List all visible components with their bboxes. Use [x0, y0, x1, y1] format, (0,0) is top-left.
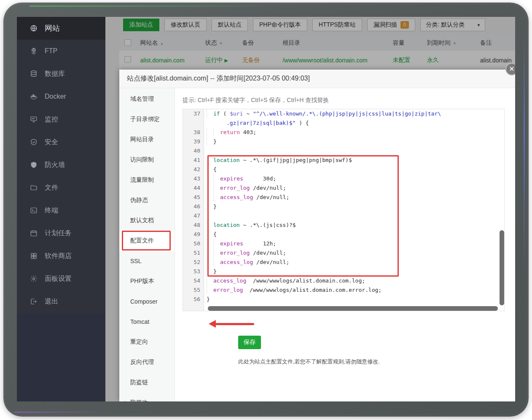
code-line-48: 48location ~ .*\.(js|css)?$ — [183, 221, 504, 230]
indent-guide — [213, 239, 220, 248]
sidebar-item-label: 终端 — [45, 206, 58, 215]
token-plain: 403; — [240, 129, 256, 135]
close-icon[interactable]: ✕ — [505, 63, 515, 75]
sidebar-item-网站[interactable]: 网站 — [17, 17, 105, 40]
sidebar-item-监控[interactable]: 监控 — [17, 108, 105, 131]
sidebar-item-label: 数据库 — [45, 70, 65, 78]
line-number: 49 — [183, 230, 204, 239]
modal-tab-默认文档[interactable]: 默认文档 — [119, 210, 175, 231]
code-line-50: 50expires 12h; — [183, 239, 504, 248]
sidebar-item-计划任务[interactable]: 计划任务 — [17, 222, 105, 245]
line-number: 37 — [183, 109, 204, 128]
sidebar-item-软件商店[interactable]: 软件商店 — [17, 245, 105, 267]
token-kw: if — [213, 110, 220, 117]
modal-tab-流量限制[interactable]: 流量限制 — [119, 170, 175, 190]
line-number: 44 — [183, 183, 204, 193]
token-plain: } — [213, 203, 217, 210]
modal-tab-Composer[interactable]: Composer — [119, 291, 175, 312]
frame-accent-right — [524, 32, 525, 277]
modal-tab-网站目录[interactable]: 网站目录 — [119, 129, 175, 150]
modal-tab-SSL[interactable]: SSL — [119, 251, 175, 271]
sidebar-item-Docker[interactable]: Docker — [17, 85, 105, 108]
modal-tab-PHP版本[interactable]: PHP版本 — [119, 271, 175, 291]
token-plain: 12h; — [243, 240, 276, 247]
token-str: .gz|rar|7z|sql|bak)$" — [226, 120, 296, 126]
modal-tab-label: 防盗链 — [130, 379, 148, 386]
sidebar-item-退出[interactable]: 退出 — [17, 290, 105, 313]
line-number: 43 — [183, 174, 204, 183]
code-line-46: 46} — [183, 202, 504, 211]
indent-guide — [207, 193, 213, 201]
line-content: expires 12h; — [204, 239, 504, 248]
sidebar-item-防火墙[interactable]: 防火墙 — [17, 153, 105, 176]
indent-guide — [213, 183, 220, 192]
line-number: 50 — [183, 239, 204, 248]
code-line-54: 54access_log /www/wwwlogs/alist.domain.c… — [183, 276, 504, 285]
sidebar-item-label: 安全 — [45, 138, 58, 147]
panel-screen: 网站FTP数据库Docker监控安全防火墙文件终端计划任务软件商店面板设置退出 … — [17, 17, 515, 401]
modal-tab-域名管理[interactable]: 域名管理 — [119, 89, 175, 109]
code-line-47: 47 — [183, 211, 504, 221]
line-number: 40 — [183, 146, 204, 156]
token-plain: /dev/null; — [250, 250, 286, 256]
terminal-icon — [30, 206, 38, 215]
code-line-51: 51error_log /dev/null; — [183, 248, 504, 258]
line-number: 47 — [183, 211, 204, 221]
sidebar-item-数据库[interactable]: 数据库 — [17, 62, 105, 85]
line-content — [204, 211, 504, 221]
frame-accent-bottom-left — [14, 412, 107, 413]
modal-tab-配置文件[interactable]: 配置文件 — [119, 231, 175, 251]
sidebar-item-label: Docker — [45, 93, 66, 100]
modal-tab-访问限制[interactable]: 访问限制 — [119, 150, 175, 170]
modal-tab-防篡改[interactable]: 防篡改 — [119, 393, 175, 401]
modal-tab-Tomcat[interactable]: Tomcat — [119, 312, 175, 332]
indent-guide — [207, 276, 213, 285]
crown-icon — [121, 399, 128, 401]
modal-tab-label: 重定向 — [130, 338, 148, 346]
modal-title: 站点修改[alist.domain.com] -- 添加时间[2023-07-0… — [119, 70, 515, 88]
sidebar-item-面板设置[interactable]: 面板设置 — [17, 267, 105, 290]
line-content: return 403; — [204, 128, 504, 137]
sidebar-item-label: 文件 — [45, 183, 58, 192]
indent-guide — [207, 267, 213, 275]
sidebar: 网站FTP数据库Docker监控安全防火墙文件终端计划任务软件商店面板设置退出 — [17, 17, 105, 401]
code-line-52: 52access_log /dev/null; — [183, 258, 504, 267]
code-line-38: 38return 403; — [183, 128, 504, 137]
modal-tab-重定向[interactable]: 重定向 — [119, 332, 175, 352]
globe-icon — [30, 24, 38, 32]
sidebar-item-终端[interactable]: 终端 — [17, 199, 105, 222]
modal-tab-伪静态[interactable]: 伪静态 — [119, 190, 175, 210]
modal-tab-子目录绑定[interactable]: 子目录绑定 — [119, 109, 175, 129]
modal-tab-label: 配置文件 — [130, 237, 154, 245]
modal-tab-label: 域名管理 — [130, 95, 154, 103]
modal-tab-反向代理[interactable]: 反向代理 — [119, 352, 175, 372]
sidebar-item-label: 面板设置 — [45, 275, 72, 283]
token-plain: { — [213, 166, 217, 172]
line-number: 42 — [183, 165, 204, 174]
config-code-editor[interactable]: 37if ( $uri ~ "^/\.well-known/.*\.(php|j… — [183, 109, 505, 311]
token-dir: access_log — [220, 194, 253, 200]
token-plain: ) { — [296, 120, 309, 126]
modal-tab-防盗链[interactable]: 防盗链 — [119, 372, 175, 393]
gear-icon — [30, 275, 38, 283]
token-var: $uri — [230, 110, 243, 117]
save-button[interactable]: 保存 — [238, 336, 261, 349]
token-dir: access_log — [213, 277, 246, 284]
code-line-56: 56} — [183, 295, 504, 304]
line-content: location ~ .*\.(js|css)?$ — [204, 221, 504, 230]
line-content: access_log /www/wwwlogs/alist.domain.com… — [204, 276, 504, 285]
sidebar-item-FTP[interactable]: FTP — [17, 40, 105, 62]
editor-horizontal-scrollbar[interactable] — [208, 306, 498, 311]
code-line-45: 45access_log /dev/null; — [183, 193, 504, 202]
token-plain: /dev/null; — [253, 194, 289, 200]
token-kw: location — [213, 222, 240, 228]
firewall-icon — [30, 161, 38, 169]
editor-vertical-scrollbar[interactable] — [500, 230, 504, 305]
indent-guide — [207, 183, 213, 192]
token-plain: } — [213, 268, 217, 275]
sidebar-item-label: 监控 — [45, 115, 58, 124]
sidebar-item-安全[interactable]: 安全 — [17, 131, 105, 153]
sidebar-item-文件[interactable]: 文件 — [17, 176, 105, 199]
sidebar-item-label: 软件商店 — [45, 252, 72, 261]
indent-guide — [207, 258, 213, 266]
